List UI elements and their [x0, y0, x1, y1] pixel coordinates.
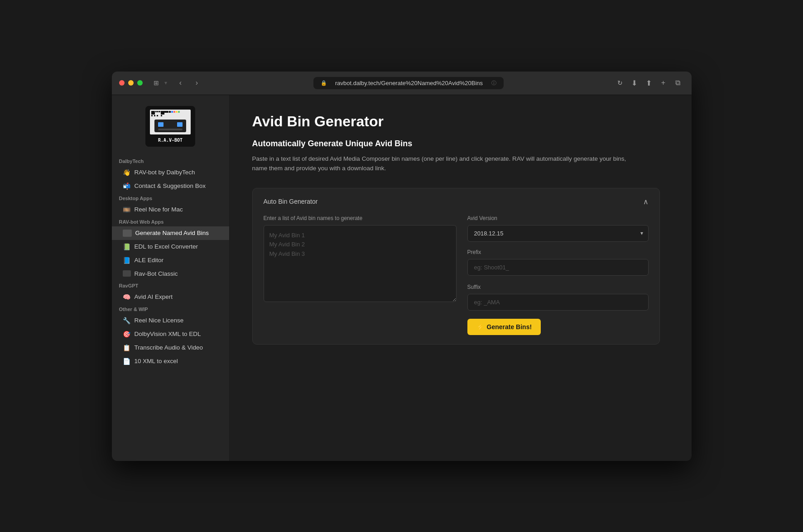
bins-textarea[interactable]: [264, 225, 457, 302]
svg-rect-3: [155, 111, 157, 112]
app-body: R.A.V-BOT DalbyTech 👋 RAV-bot by DalbyTe…: [112, 95, 692, 461]
svg-rect-8: [154, 115, 155, 116]
traffic-lights: [119, 80, 143, 86]
sidebar-item-avid-ai-label: Avid AI Expert: [135, 293, 222, 300]
sidebar-item-contact-label: Contact & Suggestion Box: [135, 182, 222, 189]
generate-btn-label: Generate Bins!: [487, 323, 532, 331]
sidebar-item-contact[interactable]: 📬 Contact & Suggestion Box: [112, 179, 229, 193]
form-grid: Enter a list of Avid bin names to genera…: [264, 215, 649, 335]
address-bar-container: 🔒 ravbot.dalby.tech/Generate%20Named%20A…: [207, 77, 610, 89]
rav-classic-icon: [123, 270, 131, 277]
toolbar-right: ↻ ⬇ ⬆ + ⧉: [614, 77, 684, 89]
sidebar-item-rav-classic-label: Rav-Bot Classic: [135, 270, 222, 277]
suffix-field-group: Suffix: [467, 284, 649, 312]
svg-rect-15: [176, 111, 178, 113]
prefix-field-group: Prefix: [467, 249, 649, 278]
main-content: Avid Bin Generator Automatically Generat…: [230, 95, 692, 461]
tabs-button[interactable]: ⧉: [672, 77, 684, 89]
rav-bot-icon: 👋: [123, 169, 131, 176]
svg-rect-20: [158, 129, 183, 130]
reel-nice-mac-icon: 🎞️: [123, 206, 131, 213]
reel-license-icon: 🔧: [123, 317, 131, 324]
svg-rect-5: [159, 111, 160, 112]
generate-bins-icon: [123, 230, 132, 237]
forward-button[interactable]: ›: [191, 77, 203, 89]
page-description: Paste in a text list of desired Avid Med…: [252, 154, 642, 173]
reload-button[interactable]: ↻: [614, 77, 626, 89]
form-right: Avid Version 2018.12.15 2020.6 2021.3 20…: [467, 215, 649, 335]
nav-controls: ⊞ ▾: [150, 77, 167, 89]
sidebar-item-transcribe-label: Transcribe Audio & Video: [135, 344, 222, 351]
version-select-wrapper: 2018.12.15 2020.6 2021.3 2022.6 2023.3 ▾: [467, 225, 649, 242]
card-title: Auto Bin Generator: [264, 198, 318, 205]
sidebar-item-ale-editor[interactable]: 📘 ALE Editor: [112, 254, 229, 267]
prefix-input[interactable]: [467, 259, 649, 276]
generate-bins-button[interactable]: ⚡ Generate Bins!: [467, 319, 541, 335]
svg-rect-18: [158, 122, 163, 127]
transcribe-icon: 📋: [123, 344, 131, 351]
title-bar: ⊞ ▾ ‹ › 🔒 ravbot.dalby.tech/Generate%20N…: [112, 72, 692, 95]
address-bar[interactable]: 🔒 ravbot.dalby.tech/Generate%20Named%20A…: [313, 77, 504, 89]
back-button[interactable]: ‹: [174, 77, 187, 89]
browser-window: ⊞ ▾ ‹ › 🔒 ravbot.dalby.tech/Generate%20N…: [112, 72, 692, 461]
svg-text:R.A.V-BOT: R.A.V-BOT: [158, 138, 183, 143]
logo-svg: R.A.V-BOT: [145, 106, 195, 147]
sidebar-item-edl-excel[interactable]: 📗 EDL to Excel Converter: [112, 240, 229, 254]
sidebar-item-rav-bot[interactable]: 👋 RAV-bot by DalbyTech: [112, 166, 229, 179]
dolby-xml-icon: 🎯: [123, 331, 131, 338]
sidebar: R.A.V-BOT DalbyTech 👋 RAV-bot by DalbyTe…: [112, 95, 230, 461]
section-label-dalbytech: DalbyTech: [112, 156, 229, 166]
card-header: Auto Bin Generator ∧: [264, 197, 649, 206]
sidebar-item-dolby-xml[interactable]: 🎯 DolbyVision XML to EDL: [112, 327, 229, 341]
bins-label: Enter a list of Avid bin names to genera…: [264, 215, 457, 221]
sidebar-item-generate-bins-label: Generate Named Avid Bins: [135, 230, 222, 236]
section-label-desktop: Desktop Apps: [112, 193, 229, 203]
sidebar-item-generate-bins[interactable]: Generate Named Avid Bins: [112, 226, 229, 240]
logo-box: R.A.V-BOT: [145, 106, 195, 147]
card-collapse-button[interactable]: ∧: [643, 197, 649, 206]
section-label-ravgpt: RavGPT: [112, 280, 229, 290]
svg-rect-2: [151, 111, 155, 115]
sidebar-item-rav-bot-label: RAV-bot by DalbyTech: [135, 169, 222, 176]
url-text: ravbot.dalby.tech/Generate%20Named%20Avi…: [331, 80, 488, 86]
sidebar-item-rav-classic[interactable]: Rav-Bot Classic: [112, 267, 229, 280]
svg-rect-13: [171, 111, 173, 113]
svg-rect-16: [178, 111, 180, 113]
svg-rect-10: [161, 115, 162, 116]
form-left: Enter a list of Avid bin names to genera…: [264, 215, 457, 304]
add-tab-button[interactable]: +: [657, 77, 670, 89]
sidebar-item-reel-nice-mac-label: Reel Nice for Mac: [135, 206, 222, 213]
divider-icon: ▾: [164, 80, 167, 86]
svg-rect-4: [157, 111, 159, 112]
svg-rect-7: [151, 115, 153, 116]
sidebar-toggle-button[interactable]: ⊞: [150, 77, 163, 89]
share-button[interactable]: ⬆: [643, 77, 655, 89]
lightning-icon: ⚡: [476, 323, 484, 331]
sidebar-item-reel-nice-mac[interactable]: 🎞️ Reel Nice for Mac: [112, 203, 229, 216]
suffix-label: Suffix: [467, 284, 649, 290]
sidebar-item-ale-editor-label: ALE Editor: [135, 257, 222, 264]
version-label: Avid Version: [467, 215, 649, 221]
contact-icon: 📬: [123, 182, 131, 190]
sidebar-item-xml-excel[interactable]: 📄 10 XML to excel: [112, 355, 229, 368]
suffix-input[interactable]: [467, 294, 649, 311]
sidebar-item-edl-excel-label: EDL to Excel Converter: [135, 243, 222, 250]
download-button[interactable]: ⬇: [628, 77, 641, 89]
lock-icon: 🔒: [321, 80, 327, 86]
maximize-button[interactable]: [137, 80, 143, 86]
version-field-group: Avid Version 2018.12.15 2020.6 2021.3 20…: [467, 215, 649, 242]
page-subtitle: Automatically Generate Unique Avid Bins: [252, 139, 669, 149]
section-label-webapps: RAV-bot Web Apps: [112, 216, 229, 226]
sidebar-item-reel-license[interactable]: 🔧 Reel Nice License: [112, 314, 229, 327]
info-icon: ⓘ: [491, 80, 496, 86]
minimize-button[interactable]: [128, 80, 134, 86]
sidebar-item-avid-ai[interactable]: 🧠 Avid AI Expert: [112, 290, 229, 304]
sidebar-item-transcribe[interactable]: 📋 Transcribe Audio & Video: [112, 341, 229, 355]
sidebar-item-dolby-xml-label: DolbyVision XML to EDL: [135, 331, 222, 337]
edl-excel-icon: 📗: [123, 243, 131, 250]
prefix-label: Prefix: [467, 249, 649, 255]
version-select[interactable]: 2018.12.15 2020.6 2021.3 2022.6 2023.3: [467, 225, 649, 242]
svg-rect-19: [177, 122, 183, 127]
close-button[interactable]: [119, 80, 125, 86]
sidebar-item-reel-license-label: Reel Nice License: [135, 317, 222, 324]
